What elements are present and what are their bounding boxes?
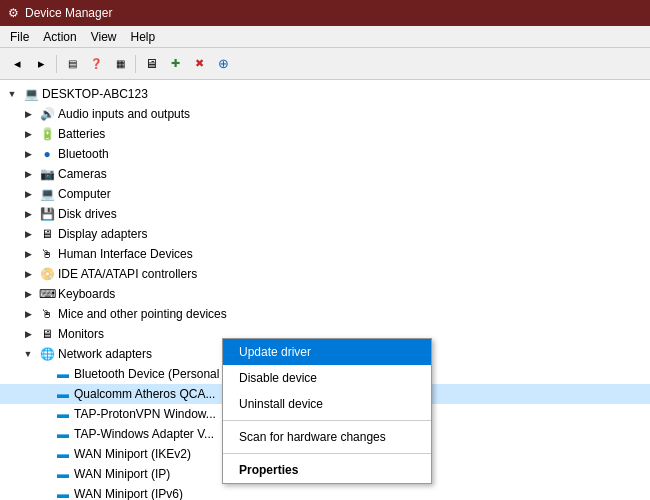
main-content: ▼ 💻 DESKTOP-ABC123 ▶ 🔊 Audio inputs and … — [0, 80, 650, 500]
tap-proton-expand — [36, 406, 52, 422]
wan-ip-icon: ▬ — [55, 466, 71, 482]
wan-ipv6-expand — [36, 486, 52, 500]
toolbar-sep-2 — [135, 55, 136, 73]
menu-view[interactable]: View — [85, 28, 123, 46]
disk-label: Disk drives — [58, 207, 117, 221]
bt-pan-icon: ▬ — [55, 366, 71, 382]
root-icon: 💻 — [23, 86, 39, 102]
tap-proton-label: TAP-ProtonVPN Window... — [74, 407, 216, 421]
ctx-disable-device[interactable]: Disable device — [223, 365, 431, 391]
keyboards-label: Keyboards — [58, 287, 115, 301]
batteries-expand: ▶ — [20, 126, 36, 142]
toolbar-add-btn[interactable]: ✚ — [164, 53, 186, 75]
wan-ipv6-icon: ▬ — [55, 486, 71, 500]
keyboards-expand: ▶ — [20, 286, 36, 302]
cameras-expand: ▶ — [20, 166, 36, 182]
menu-bar: File Action View Help — [0, 26, 650, 48]
ctx-update-driver[interactable]: Update driver — [223, 339, 431, 365]
toolbar-btn-3[interactable]: ▤ — [61, 53, 83, 75]
wan-ikev2-label: WAN Miniport (IKEv2) — [74, 447, 191, 461]
network-expand: ▼ — [20, 346, 36, 362]
computer-icon: 💻 — [39, 186, 55, 202]
forward-button[interactable]: ▸ — [30, 53, 52, 75]
back-button[interactable]: ◂ — [6, 53, 28, 75]
audio-label: Audio inputs and outputs — [58, 107, 190, 121]
disk-icon: 💾 — [39, 206, 55, 222]
bluetooth-label: Bluetooth — [58, 147, 109, 161]
title-bar-icon: ⚙ — [8, 6, 19, 20]
list-item-cameras[interactable]: ▶ 📷 Cameras — [0, 164, 650, 184]
network-label: Network adapters — [58, 347, 152, 361]
disk-expand: ▶ — [20, 206, 36, 222]
display-label: Display adapters — [58, 227, 147, 241]
batteries-icon: 🔋 — [39, 126, 55, 142]
monitors-expand: ▶ — [20, 326, 36, 342]
ide-label: IDE ATA/ATAPI controllers — [58, 267, 197, 281]
audio-icon: 🔊 — [39, 106, 55, 122]
root-label: DESKTOP-ABC123 — [42, 87, 148, 101]
wan-ipv6-label: WAN Miniport (IPv6) — [74, 487, 183, 500]
list-item-display[interactable]: ▶ 🖥 Display adapters — [0, 224, 650, 244]
title-bar: ⚙ Device Manager — [0, 0, 650, 26]
toolbar-refresh-btn[interactable]: ⊕ — [212, 53, 234, 75]
batteries-label: Batteries — [58, 127, 105, 141]
list-item-batteries[interactable]: ▶ 🔋 Batteries — [0, 124, 650, 144]
ctx-properties[interactable]: Properties — [223, 457, 431, 483]
bluetooth-icon: ● — [39, 146, 55, 162]
ctx-sep-2 — [223, 453, 431, 454]
list-item-computer[interactable]: ▶ 💻 Computer — [0, 184, 650, 204]
ctx-scan-hardware[interactable]: Scan for hardware changes — [223, 424, 431, 450]
qualcomm-label: Qualcomm Atheros QCA... — [74, 387, 215, 401]
menu-file[interactable]: File — [4, 28, 35, 46]
ctx-sep-1 — [223, 420, 431, 421]
device-tree[interactable]: ▼ 💻 DESKTOP-ABC123 ▶ 🔊 Audio inputs and … — [0, 80, 650, 500]
menu-help[interactable]: Help — [125, 28, 162, 46]
list-item-keyboards[interactable]: ▶ ⌨ Keyboards — [0, 284, 650, 304]
ctx-uninstall-device[interactable]: Uninstall device — [223, 391, 431, 417]
list-item-hid[interactable]: ▶ 🖱 Human Interface Devices — [0, 244, 650, 264]
toolbar-btn-5[interactable]: ▦ — [109, 53, 131, 75]
list-item-bluetooth[interactable]: ▶ ● Bluetooth — [0, 144, 650, 164]
hid-label: Human Interface Devices — [58, 247, 193, 261]
tap-proton-icon: ▬ — [55, 406, 71, 422]
list-item-audio[interactable]: ▶ 🔊 Audio inputs and outputs — [0, 104, 650, 124]
toolbar-monitor-btn[interactable]: 🖥 — [140, 53, 162, 75]
toolbar-remove-btn[interactable]: ✖ — [188, 53, 210, 75]
cameras-label: Cameras — [58, 167, 107, 181]
tap-windows-icon: ▬ — [55, 426, 71, 442]
wan-ikev2-expand — [36, 446, 52, 462]
list-item-wan-ipv6[interactable]: ▬ WAN Miniport (IPv6) — [0, 484, 650, 500]
hid-expand: ▶ — [20, 246, 36, 262]
tap-windows-expand — [36, 426, 52, 442]
root-collapse-icon: ▼ — [4, 86, 20, 102]
list-item-ide[interactable]: ▶ 📀 IDE ATA/ATAPI controllers — [0, 264, 650, 284]
list-item-mice[interactable]: ▶ 🖱 Mice and other pointing devices — [0, 304, 650, 324]
ide-icon: 📀 — [39, 266, 55, 282]
monitors-label: Monitors — [58, 327, 104, 341]
toolbar: ◂ ▸ ▤ ❓ ▦ 🖥 ✚ ✖ ⊕ — [0, 48, 650, 80]
wan-ip-label: WAN Miniport (IP) — [74, 467, 170, 481]
list-item-disk[interactable]: ▶ 💾 Disk drives — [0, 204, 650, 224]
toolbar-sep-1 — [56, 55, 57, 73]
context-menu: Update driver Disable device Uninstall d… — [222, 338, 432, 484]
tree-root[interactable]: ▼ 💻 DESKTOP-ABC123 — [0, 84, 650, 104]
bluetooth-expand: ▶ — [20, 146, 36, 162]
mice-expand: ▶ — [20, 306, 36, 322]
display-icon: 🖥 — [39, 226, 55, 242]
bt-pan-expand — [36, 366, 52, 382]
mice-icon: 🖱 — [39, 306, 55, 322]
network-icon: 🌐 — [39, 346, 55, 362]
qualcomm-icon: ▬ — [55, 386, 71, 402]
title-bar-text: Device Manager — [25, 6, 112, 20]
monitors-icon: 🖥 — [39, 326, 55, 342]
hid-icon: 🖱 — [39, 246, 55, 262]
cameras-icon: 📷 — [39, 166, 55, 182]
computer-label: Computer — [58, 187, 111, 201]
qualcomm-expand — [36, 386, 52, 402]
ide-expand: ▶ — [20, 266, 36, 282]
menu-action[interactable]: Action — [37, 28, 82, 46]
toolbar-btn-4[interactable]: ❓ — [85, 53, 107, 75]
tap-windows-label: TAP-Windows Adapter V... — [74, 427, 214, 441]
keyboards-icon: ⌨ — [39, 286, 55, 302]
mice-label: Mice and other pointing devices — [58, 307, 227, 321]
